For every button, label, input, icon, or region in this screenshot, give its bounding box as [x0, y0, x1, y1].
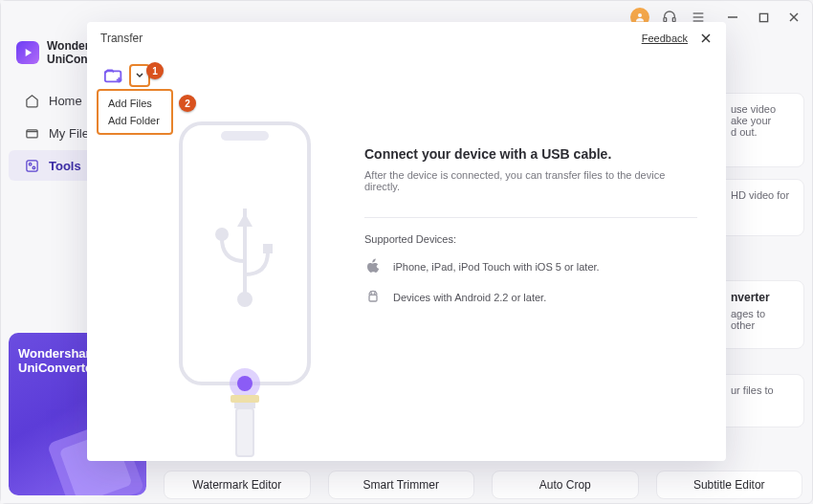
bg-card: nverter ages to other	[718, 280, 804, 349]
bg-card-text: ake your	[731, 115, 792, 126]
window-maximize-icon[interactable]	[755, 9, 772, 26]
modal-content: Connect your device with a USB cable. Af…	[144, 118, 697, 442]
add-button-group	[100, 64, 150, 87]
android-icon	[364, 289, 382, 306]
tool-smart-trimmer[interactable]: Smart Trimmer	[328, 471, 475, 499]
bg-card-text: HD video for	[731, 189, 792, 201]
app-window: Wondersh UniConv Home My File	[0, 0, 813, 504]
svg-line-34	[370, 291, 371, 292]
tool-subtitle-editor[interactable]: Subtitle Editor	[656, 471, 803, 499]
sidebar-item-label: Tools	[49, 159, 81, 173]
svg-line-35	[375, 291, 376, 292]
window-minimize-icon[interactable]	[724, 9, 741, 26]
svg-point-37	[374, 294, 375, 295]
phone-usb-icon	[164, 118, 326, 462]
connect-subline: After the device is connected, you can t…	[364, 169, 697, 192]
home-icon	[24, 93, 39, 108]
callout-badge-1: 1	[146, 62, 164, 79]
folder-plus-icon	[103, 66, 124, 85]
bg-card-text: ages to other	[731, 308, 792, 331]
bg-card-text: ur files to	[731, 384, 792, 396]
bg-card-text: use video	[731, 103, 792, 115]
add-files-button[interactable]	[100, 64, 127, 87]
svg-point-36	[371, 294, 372, 295]
window-close-icon[interactable]	[785, 9, 802, 26]
device-illustration	[144, 118, 345, 442]
supported-android-text: Devices with Android 2.2 or later.	[393, 292, 546, 303]
sidebar-item-label: Home	[49, 94, 82, 108]
svg-rect-7	[759, 13, 767, 21]
supported-android-row: Devices with Android 2.2 or later.	[364, 289, 697, 306]
tool-label: Watermark Editor	[192, 478, 281, 492]
supported-ios-text: iPhone, iPad, iPod Touch with iOS 5 or l…	[393, 261, 600, 273]
transfer-modal: Transfer Feedback 1	[87, 22, 726, 461]
chevron-down-icon	[136, 73, 143, 78]
modal-title: Transfer	[100, 32, 143, 45]
svg-rect-32	[236, 408, 253, 456]
feedback-link[interactable]: Feedback	[642, 33, 688, 44]
tool-watermark-editor[interactable]: Watermark Editor	[164, 471, 311, 499]
modal-close-icon[interactable]	[699, 32, 713, 45]
tool-auto-crop[interactable]: Auto Crop	[492, 471, 639, 499]
svg-point-26	[217, 230, 227, 239]
svg-rect-33	[369, 295, 377, 301]
brand-logo-icon	[16, 41, 39, 64]
bg-card-text: d out.	[731, 126, 792, 138]
tool-label: Smart Trimmer	[363, 478, 439, 492]
tool-label: Auto Crop	[539, 478, 591, 492]
supported-devices-label: Supported Devices:	[364, 233, 697, 245]
svg-rect-23	[221, 131, 269, 141]
tool-label: Subtitle Editor	[693, 478, 765, 492]
bg-card: ur files to	[718, 374, 804, 427]
bottom-tools: Watermark Editor Smart Trimmer Auto Crop…	[164, 471, 802, 499]
callout-badge-2: 2	[179, 95, 196, 112]
connect-headline: Connect your device with a USB cable.	[364, 146, 697, 162]
svg-point-0	[638, 13, 642, 17]
svg-rect-10	[26, 129, 36, 137]
svg-point-24	[239, 294, 251, 305]
svg-rect-11	[26, 160, 36, 170]
sidebar-item-label: My File	[49, 126, 89, 141]
supported-ios-row: iPhone, iPad, iPod Touch with iOS 5 or l…	[364, 258, 697, 275]
bg-card: HD video for	[718, 179, 804, 236]
svg-point-29	[237, 376, 253, 391]
dropdown-add-files[interactable]: Add Files	[99, 95, 171, 112]
svg-point-12	[29, 163, 32, 165]
modal-header: Transfer Feedback	[87, 22, 726, 55]
apple-icon	[364, 258, 382, 275]
svg-point-13	[33, 166, 35, 169]
tools-icon	[24, 158, 39, 173]
bg-card-title: nverter	[731, 291, 792, 304]
divider	[364, 217, 697, 218]
svg-rect-30	[231, 395, 259, 403]
folder-icon	[24, 125, 39, 141]
svg-rect-27	[263, 244, 273, 253]
info-column: Connect your device with a USB cable. Af…	[345, 118, 697, 442]
bg-card: use video ake your d out.	[718, 93, 804, 167]
